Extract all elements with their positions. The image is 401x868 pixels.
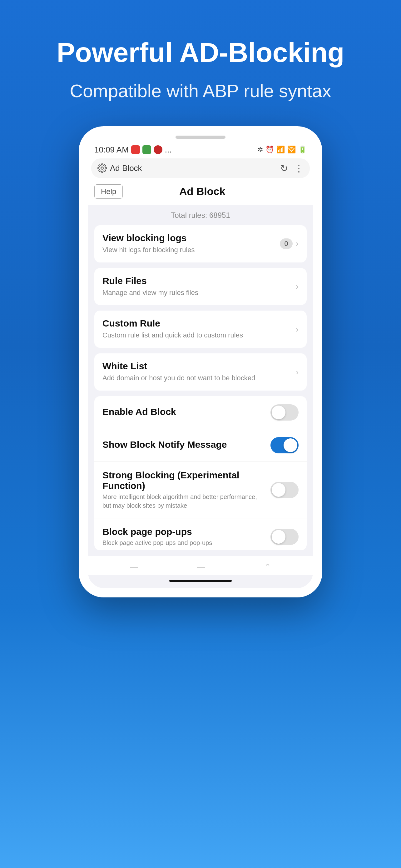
menu-item-view-blocking-logs[interactable]: View blocking logs View hit logs for blo… [94,225,307,262]
toggle-strong-blocking[interactable] [270,482,299,498]
address-bar-left: Ad Block [97,163,142,173]
help-button[interactable]: Help [94,184,123,199]
status-ellipsis: ... [165,145,172,155]
toggle-enable-ad-block[interactable] [270,404,299,421]
phone-notch [175,135,226,139]
menu-item-white-list-title: White List [102,361,296,372]
refresh-icon[interactable]: ↻ [280,163,288,174]
menu-item-rule-files-title: Rule Files [102,276,296,286]
menu-item-view-blocking-logs-right: 0 › [280,239,299,249]
settings-item-block-page-popups-content: Block page pop-ups Block page active pop… [102,526,270,547]
status-icons: ✲ ⏰ 📶 🛜 🔋 [257,146,307,154]
toggle-block-page-popups[interactable] [270,529,299,545]
settings-item-strong-blocking[interactable]: Strong Blocking (Experimental Function) … [94,462,307,518]
app-page-title: Ad Block [179,185,225,197]
alarm-icon: ⏰ [265,146,274,154]
gear-icon [97,163,107,173]
settings-item-block-page-popups-desc: Block page active pop-ups and pop-ups [102,538,264,547]
toggle-knob [272,483,286,497]
menu-item-rule-files-right: › [296,281,299,291]
toggle-show-block-notify[interactable] [270,437,299,453]
settings-item-show-block-notify[interactable]: Show Block Notify Message [94,429,307,462]
nav-item-2[interactable]: — [197,562,205,572]
app-content: Total rules: 68951 View blocking logs Vi… [88,205,313,588]
menu-item-rule-files[interactable]: Rule Files Manage and view my rules file… [94,268,307,305]
blocking-logs-badge: 0 [280,239,292,249]
menu-item-custom-rule-content: Custom Rule Custom rule list and quick a… [102,318,296,340]
signal-icon: 📶 [276,146,285,154]
menu-item-custom-rule-right: › [296,324,299,334]
menu-item-rule-files-desc: Manage and view my rules files [102,288,296,298]
settings-item-block-page-popups-title: Block page pop-ups [102,526,264,537]
menu-item-white-list-right: › [296,367,299,377]
more-icon[interactable]: ⋮ [294,163,304,174]
settings-item-block-page-popups[interactable]: Block page pop-ups Block page active pop… [94,518,307,550]
app-icon-red [131,145,140,154]
svg-point-0 [101,167,103,170]
menu-item-white-list[interactable]: White List Add domain or host you do not… [94,353,307,391]
address-bar-text: Ad Block [110,163,142,173]
chevron-icon: › [296,324,299,334]
total-rules-text: Total rules: 68951 [88,205,313,225]
menu-item-view-blocking-logs-content: View blocking logs View hit logs for blo… [102,233,280,255]
menu-card-view-blocking-logs[interactable]: View blocking logs View hit logs for blo… [94,225,307,262]
menu-item-white-list-content: White List Add domain or host you do not… [102,361,296,383]
app-header: Help Ad Block [88,181,313,205]
menu-item-custom-rule[interactable]: Custom Rule Custom rule list and quick a… [94,311,307,348]
settings-item-strong-blocking-content: Strong Blocking (Experimental Function) … [102,470,270,510]
nav-item-3[interactable]: ⌃ [264,562,271,572]
menu-item-rule-files-content: Rule Files Manage and view my rules file… [102,276,296,298]
settings-item-enable-ad-block-content: Enable Ad Block [102,406,270,418]
phone-mockup: 10:09 AM ... ✲ ⏰ 📶 🛜 🔋 Ad Block ↻ ⋮ [79,126,322,597]
settings-item-show-block-notify-title: Show Block Notify Message [102,439,264,450]
menu-card-rule-files[interactable]: Rule Files Manage and view my rules file… [94,268,307,305]
menu-card-white-list[interactable]: White List Add domain or host you do not… [94,353,307,391]
settings-item-enable-ad-block-title: Enable Ad Block [102,406,264,417]
menu-card-custom-rule[interactable]: Custom Rule Custom rule list and quick a… [94,311,307,348]
status-time: 10:09 AM ... [94,145,172,155]
toggle-knob [283,438,297,452]
status-bar: 10:09 AM ... ✲ ⏰ 📶 🛜 🔋 [88,145,313,158]
settings-item-enable-ad-block[interactable]: Enable Ad Block [94,396,307,429]
hero-subtitle: Compatible with ABP rule syntax [51,80,350,101]
chevron-icon: › [296,281,299,291]
bluetooth-icon: ✲ [257,146,263,154]
app-icon-red2 [154,145,162,154]
toggle-knob [272,406,286,419]
menu-item-custom-rule-title: Custom Rule [102,318,296,329]
settings-item-strong-blocking-desc: More intelligent block algorithm and bet… [102,492,264,510]
menu-item-view-blocking-logs-desc: View hit logs for blocking rules [102,245,280,255]
nav-item-1[interactable]: — [130,562,138,572]
address-bar[interactable]: Ad Block ↻ ⋮ [91,158,310,178]
settings-card: Enable Ad Block Show Block Notify Messag… [94,396,307,550]
menu-item-custom-rule-desc: Custom rule list and quick add to custom… [102,331,296,340]
battery-icon: 🔋 [298,146,307,154]
bottom-nav: — — ⌃ [88,556,313,575]
chevron-icon: › [296,367,299,377]
time-text: 10:09 AM [94,145,129,155]
settings-item-show-block-notify-content: Show Block Notify Message [102,439,270,451]
app-icon-green [142,145,151,154]
menu-item-view-blocking-logs-title: View blocking logs [102,233,280,243]
hero-title: Powerful AD-Blocking [38,37,363,68]
wifi-icon: 🛜 [287,146,296,154]
address-bar-right: ↻ ⋮ [280,163,304,174]
chevron-icon: › [296,239,299,249]
toggle-knob [272,530,286,544]
menu-item-white-list-desc: Add domain or host you do not want to be… [102,373,296,383]
settings-item-strong-blocking-title: Strong Blocking (Experimental Function) [102,470,264,491]
